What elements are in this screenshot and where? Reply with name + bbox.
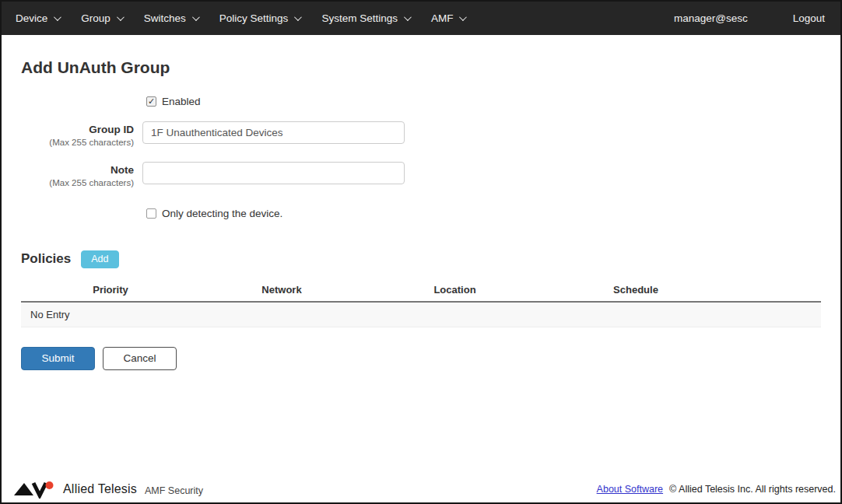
group-id-row: Group ID (Max 255 characters) [21,121,821,148]
policies-heading: Policies [21,251,71,267]
only-detecting-checkbox-label: Only detecting the device. [162,208,282,219]
column-header-location: Location [363,284,546,296]
logged-in-user: manager@sesc [674,12,748,24]
footer: Allied Telesis AMF Security About Softwa… [2,476,840,502]
group-id-input[interactable] [142,121,405,144]
add-policy-button[interactable]: Add [81,250,118,268]
top-nav: Device Group Switches Policy Settings Sy… [2,2,840,35]
cancel-button[interactable]: Cancel [103,347,177,370]
chevron-down-icon [459,13,467,21]
nav-item-system-settings[interactable]: System Settings [314,2,417,35]
note-label: Note (Max 255 characters) [21,162,134,188]
column-header-priority: Priority [21,284,200,296]
group-id-hint: (Max 255 characters) [21,137,134,148]
check-icon: ✓ [148,97,155,106]
group-id-label: Group ID (Max 255 characters) [21,121,134,148]
brand-name: Allied Telesis [63,482,137,496]
footer-links: About Software © Allied Telesis Inc. All… [597,484,836,495]
policies-section-header: Policies Add [21,250,821,268]
app-window: Device Group Switches Policy Settings Sy… [0,0,842,504]
chevron-down-icon [294,13,302,21]
chevron-down-icon [192,13,200,21]
policies-table-header: Priority Network Location Schedule [21,279,821,303]
checkbox-icon: ✓ [146,208,156,219]
nav-menu: Device Group Switches Policy Settings Sy… [8,2,479,35]
enabled-checkbox[interactable]: ✓ Enabled [142,96,821,107]
note-row: Note (Max 255 characters) [21,162,821,188]
main-content: Add UnAuth Group ✓ Enabled Group ID (Max… [2,58,840,370]
enabled-checkbox-label: Enabled [162,96,201,107]
logout-button[interactable]: Logout [785,12,833,24]
unauth-group-form: ✓ Enabled Group ID (Max 255 characters) … [21,96,821,219]
empty-table-row: No Entry [21,303,821,327]
nav-item-policy-settings[interactable]: Policy Settings [212,2,308,35]
checkbox-icon: ✓ [146,96,156,107]
nav-item-device[interactable]: Device [8,2,67,35]
column-header-schedule: Schedule [546,284,725,296]
nav-right: manager@sesc Logout [674,12,833,24]
note-hint: (Max 255 characters) [21,177,134,188]
nav-item-group[interactable]: Group [73,2,130,35]
nav-item-amf[interactable]: AMF [423,2,473,35]
form-actions: Submit Cancel [21,347,821,370]
column-header-actions [725,284,821,296]
chevron-down-icon [54,13,61,21]
note-input[interactable] [142,162,405,184]
about-software-link[interactable]: About Software [597,484,663,495]
nav-item-switches[interactable]: Switches [136,2,205,35]
only-detecting-checkbox[interactable]: ✓ Only detecting the device. [142,208,821,219]
chevron-down-icon [404,13,412,21]
footer-brand: Allied Telesis AMF Security [14,480,203,499]
column-header-network: Network [200,284,363,296]
product-name: AMF Security [145,483,203,496]
allied-telesis-logo-icon [14,480,58,499]
copyright-text: © Allied Telesis Inc. All rights reserve… [669,484,836,495]
submit-button[interactable]: Submit [21,347,95,370]
policies-table: Priority Network Location Schedule No En… [21,279,821,327]
page-title: Add UnAuth Group [21,58,821,77]
chevron-down-icon [117,13,125,21]
